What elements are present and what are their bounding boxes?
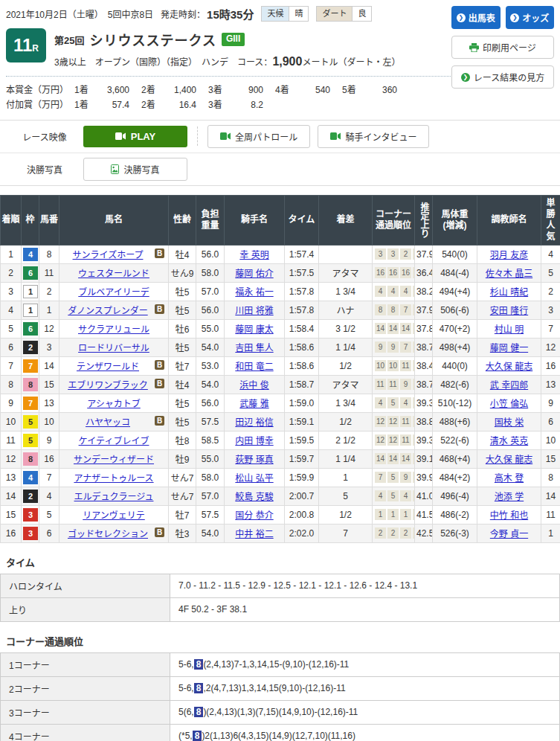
trainer-link[interactable]: 高木 登 [495, 473, 524, 484]
trainer-link[interactable]: 羽月 友彦 [490, 250, 528, 260]
jockey-link[interactable]: 鮫島 克駿 [235, 492, 273, 502]
jockey-link[interactable]: 吉田 隼人 [235, 343, 273, 353]
print-page-button[interactable]: 印刷用ページ [451, 36, 554, 59]
horse-link[interactable]: ロードリバーサル [78, 343, 149, 353]
horse-link[interactable]: サンデーウィザード [74, 455, 154, 465]
carried-weight: 58.0 [196, 468, 225, 487]
weather-label: 天候 [262, 7, 289, 21]
jockey-link[interactable]: 荻野 琢真 [235, 455, 273, 465]
horse-link[interactable]: サクラアリュール [78, 324, 149, 335]
frame-number-badge: 2 [23, 490, 38, 503]
weather-badge: 天候 晴 [261, 6, 309, 22]
horse-link[interactable]: テンザワールド [77, 362, 139, 372]
howto-read-results-button[interactable]: ❯ レース結果の見方 [451, 65, 554, 89]
jockey-link[interactable]: 福永 祐一 [235, 287, 273, 298]
horse-number: 6 [39, 524, 59, 542]
trainer-link[interactable]: 池添 学 [495, 492, 524, 502]
odds-button[interactable]: ❯ オッズ [506, 6, 555, 29]
estimated-last3f: 37.9 [415, 301, 433, 319]
horse-link[interactable]: アシャカトブ [87, 399, 141, 409]
horse-number: 1 [39, 301, 59, 319]
trainer-link[interactable]: 杉山 晴紀 [490, 287, 528, 298]
corner-order: 5-6,8(2,4,13)7-1,3,14,15-(9,10)-(12,16)-… [170, 652, 560, 676]
trainer-link[interactable]: 大久保 龍志 [486, 362, 532, 372]
corner-positions: 12121112 [373, 412, 415, 431]
corner-position-chip: 14 [387, 323, 399, 334]
horse-link[interactable]: アナザートゥルース [74, 473, 153, 484]
corner-order-pre: 5-6, [178, 659, 194, 670]
result-row: 2611ウェスタールンドせん958.0藤岡 佑介1:57.5アタマ1616161… [1, 263, 560, 282]
horse-link[interactable]: ウェスタールンド [78, 269, 149, 279]
horse-link[interactable]: ブルベアイリーデ [78, 287, 149, 298]
horse-link[interactable]: ゴッドセレクション [68, 529, 148, 539]
horse-number: 2 [39, 282, 59, 301]
finish-position: 10 [1, 412, 22, 431]
last-furlongs-label: 上り [1, 597, 170, 621]
trainer-link[interactable]: 藤岡 健一 [490, 343, 528, 353]
jockey-link[interactable]: 幸 英明 [239, 250, 268, 260]
trainer-link[interactable]: 武 幸四郎 [490, 380, 528, 391]
corner-order: (*5,8)2(1,13)6(4,3,15)(14,9)(12,7,10)(11… [170, 724, 560, 741]
trainer-link[interactable]: 国枝 栄 [495, 417, 524, 428]
horse-weight: 498(+4) [433, 338, 477, 356]
corner-positions: 75912 [373, 468, 415, 487]
horse-number: 11 [39, 263, 59, 282]
corner-position-chip: 1 [400, 509, 411, 520]
horse-link[interactable]: ダノンスプレンダー [68, 306, 147, 316]
entries-button[interactable]: ❯ 出馬表 [451, 6, 501, 29]
race-number-badge: 11R [6, 28, 46, 62]
horse-link[interactable]: ケイティブレイブ [79, 436, 149, 446]
trainer-link[interactable]: 小笠 倫弘 [490, 399, 528, 409]
carried-weight: 57.0 [196, 487, 225, 505]
corner-position-chip: 7 [400, 304, 411, 315]
main-prize-label: 本賞金（万円） [6, 83, 74, 97]
patrol-video-button[interactable]: 全周パトロール [207, 125, 310, 148]
jockey-link[interactable]: 中井 裕二 [235, 529, 273, 539]
jockey-interview-button[interactable]: 騎手インタビュー [318, 125, 429, 148]
horse-link[interactable]: エルデュクラージュ [74, 492, 154, 502]
jockey-link[interactable]: 田辺 裕信 [235, 417, 273, 428]
jockey-link[interactable]: 浜中 俊 [239, 380, 268, 391]
jockey-cell: 吉田 隼人 [225, 338, 285, 356]
jockey-link[interactable]: 藤岡 康太 [235, 324, 273, 335]
prize-place: 3着 [208, 97, 229, 112]
horse-link[interactable]: サンライズホープ [73, 250, 144, 260]
horse-link[interactable]: エブリワンブラック [68, 380, 148, 391]
trainer-link[interactable]: 佐々木 晶三 [486, 269, 532, 279]
horse-link[interactable]: ハヤヤッコ [86, 417, 130, 428]
result-row: 1159ケイティブレイブ牡858.5内田 博幸1:59.52 1/2121211… [1, 431, 560, 449]
corner-table: 1コーナー5-6,8(2,4,13)7-1,3,14,15-(9,10)-(12… [0, 652, 560, 741]
play-button[interactable]: PLAY [83, 126, 187, 147]
horse-weight: 488(+6) [433, 412, 477, 431]
frame-number-badge: 4 [23, 248, 38, 261]
trainer-link[interactable]: 大久保 龍志 [486, 455, 532, 465]
jockey-link[interactable]: 松山 弘平 [235, 473, 273, 484]
estimated-last3f: 39.3 [415, 431, 433, 449]
finish-position: 12 [1, 449, 22, 468]
corner-position-chip: 4 [400, 397, 411, 408]
trainer-link[interactable]: 村山 明 [495, 324, 524, 335]
jockey-link[interactable]: 和田 竜二 [235, 362, 273, 372]
win-favorite-rank: 6 [541, 412, 560, 431]
trainer-link[interactable]: 今野 貞一 [490, 529, 528, 539]
corner-position-chip: 11 [400, 434, 411, 446]
jockey-link[interactable]: 国分 恭介 [235, 510, 273, 521]
frame-number-badge: 7 [23, 359, 38, 373]
jockey-link[interactable]: 武藤 雅 [239, 399, 268, 409]
finish-photo-button[interactable]: 決勝写真 [83, 158, 187, 181]
trainer-link[interactable]: 清水 英克 [490, 436, 528, 446]
results-column-header: 性齢 [169, 195, 196, 245]
trainer-link[interactable]: 安田 隆行 [490, 306, 528, 316]
jockey-link[interactable]: 藤岡 佑介 [235, 269, 273, 279]
divider [197, 126, 198, 146]
jockey-link[interactable]: 川田 将雅 [235, 306, 273, 316]
horse-link[interactable]: リアンヴェリテ [83, 510, 145, 521]
course-label: コース： [237, 57, 272, 68]
corner-positions: 4544 [373, 394, 415, 412]
carried-weight: 58.0 [196, 263, 225, 282]
estimated-last3f: 37.8 [415, 319, 433, 338]
jockey-link[interactable]: 内田 博幸 [235, 436, 273, 446]
trainer-link[interactable]: 中竹 和也 [490, 510, 528, 521]
time-table: ハロンタイム 7.0 - 11.2 - 11.5 - 12.9 - 12.5 -… [0, 574, 560, 622]
frame-number-badge: 4 [23, 471, 38, 484]
